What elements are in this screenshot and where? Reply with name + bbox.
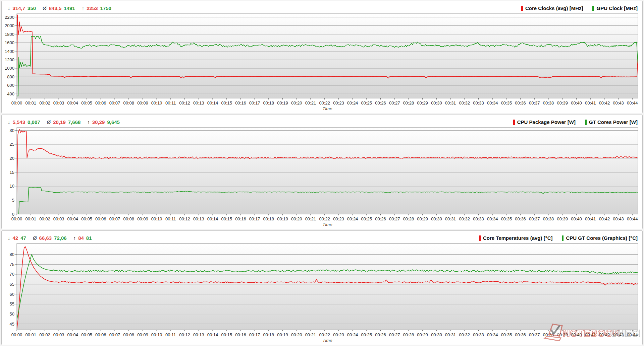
svg-text:00:13: 00:13	[193, 332, 204, 337]
series-color-swatch	[521, 6, 523, 11]
chart-panel-clocks: ↓ 314,7 350 Ø 843,5 1491 ↑ 2253 1750 Cor…	[1, 1, 643, 113]
svg-text:00:12: 00:12	[179, 100, 190, 106]
svg-text:45: 45	[10, 322, 14, 327]
max-arrow-icon: ↑	[87, 119, 90, 125]
svg-text:00:26: 00:26	[375, 332, 386, 337]
svg-text:00:31: 00:31	[445, 100, 456, 106]
svg-text:1600: 1600	[5, 40, 14, 45]
legend-item: GT Cores Power [W]	[585, 119, 638, 125]
svg-text:00:22: 00:22	[319, 216, 330, 221]
stat-avg-red: 843,5	[49, 5, 62, 11]
svg-text:00:07: 00:07	[109, 216, 120, 221]
svg-text:Time: Time	[323, 222, 332, 227]
stat-max-red: 84	[78, 235, 84, 241]
svg-text:00:17: 00:17	[249, 100, 260, 106]
svg-text:2200: 2200	[5, 15, 14, 20]
svg-text:00:36: 00:36	[515, 216, 526, 221]
svg-text:00:37: 00:37	[529, 332, 540, 337]
svg-text:00:15: 00:15	[221, 216, 232, 221]
svg-text:00:32: 00:32	[459, 332, 470, 337]
svg-text:00:27: 00:27	[389, 100, 400, 106]
stat-min-green: 350	[28, 5, 36, 11]
svg-text:00:07: 00:07	[109, 332, 120, 337]
svg-text:00:10: 00:10	[151, 100, 162, 106]
avg-icon: Ø	[43, 5, 47, 11]
svg-text:60: 60	[10, 292, 14, 297]
svg-text:00:28: 00:28	[403, 332, 414, 337]
stat-min-red: 5,543	[13, 119, 25, 125]
svg-text:15: 15	[10, 170, 14, 175]
chart-stats: ↓ 42 47 Ø 66,63 72,06 ↑ 84 81	[8, 235, 92, 241]
svg-text:25: 25	[10, 142, 14, 147]
stat-min-green: 47	[20, 235, 26, 241]
svg-text:00:22: 00:22	[319, 100, 330, 106]
stat-max-green: 1750	[100, 5, 111, 11]
svg-text:1800: 1800	[5, 32, 14, 37]
legend-item: Core Temperatures (avg) [°C]	[479, 235, 552, 241]
svg-text:00:01: 00:01	[25, 100, 36, 106]
svg-text:00:33: 00:33	[473, 100, 484, 106]
svg-text:00:34: 00:34	[487, 100, 498, 106]
avg-icon: Ø	[33, 235, 37, 241]
svg-text:00:43: 00:43	[613, 216, 624, 221]
svg-text:00:05: 00:05	[81, 332, 92, 337]
svg-text:00:11: 00:11	[165, 216, 176, 221]
svg-text:00:05: 00:05	[81, 100, 92, 106]
svg-text:00:17: 00:17	[249, 332, 260, 337]
stat-avg-green: 72,06	[54, 235, 67, 241]
svg-text:20: 20	[10, 156, 14, 161]
chart-legend: Core Temperatures (avg) [°C] CPU GT Core…	[479, 235, 638, 241]
svg-text:00:41: 00:41	[585, 216, 596, 221]
stat-min-green: 0,007	[28, 119, 40, 125]
svg-text:00:13: 00:13	[193, 100, 204, 106]
svg-text:00:08: 00:08	[123, 332, 134, 337]
legend-item: CPU GT Cores (Graphics) [°C]	[562, 235, 638, 241]
svg-text:800: 800	[7, 74, 14, 79]
svg-text:00:42: 00:42	[599, 216, 610, 221]
temperatures-chart-canvas: 455055606570758000:0000:0100:0200:0300:0…	[2, 241, 643, 345]
svg-text:00:37: 00:37	[529, 100, 540, 106]
svg-text:00:28: 00:28	[403, 100, 414, 106]
svg-text:00:15: 00:15	[221, 100, 232, 106]
svg-text:00:28: 00:28	[403, 216, 414, 221]
stat-min-red: 42	[13, 235, 18, 241]
svg-text:55: 55	[10, 301, 14, 306]
svg-text:00:13: 00:13	[193, 216, 204, 221]
svg-text:00:32: 00:32	[459, 100, 470, 106]
svg-text:00:17: 00:17	[249, 216, 260, 221]
legend-item: Core Clocks (avg) [MHz]	[521, 5, 583, 11]
svg-text:00:06: 00:06	[95, 216, 106, 221]
svg-text:00:25: 00:25	[361, 332, 372, 337]
min-arrow-icon: ↓	[8, 5, 10, 11]
svg-text:5: 5	[12, 198, 14, 203]
svg-text:00:42: 00:42	[599, 332, 610, 337]
svg-text:00:29: 00:29	[417, 332, 428, 337]
svg-text:00:33: 00:33	[473, 332, 484, 337]
series-color-swatch	[592, 6, 594, 11]
svg-text:00:41: 00:41	[585, 332, 596, 337]
svg-text:00:29: 00:29	[417, 216, 428, 221]
svg-text:00:35: 00:35	[501, 100, 512, 106]
svg-text:00:19: 00:19	[277, 216, 288, 221]
svg-text:00:39: 00:39	[557, 216, 568, 221]
svg-text:00:20: 00:20	[291, 216, 302, 221]
chart-header: ↓ 42 47 Ø 66,63 72,06 ↑ 84 81 Core Tempe…	[2, 231, 642, 241]
svg-text:00:27: 00:27	[389, 332, 400, 337]
chart-legend: Core Clocks (avg) [MHz] GPU Clock [MHz]	[521, 5, 638, 11]
svg-text:65: 65	[10, 282, 14, 287]
svg-text:00:34: 00:34	[487, 332, 498, 337]
series-color-swatch	[479, 235, 481, 241]
svg-text:00:00: 00:00	[11, 332, 22, 337]
series-color-swatch	[585, 120, 587, 125]
svg-text:00:14: 00:14	[207, 100, 218, 106]
svg-text:00:04: 00:04	[67, 332, 78, 337]
svg-text:00:20: 00:20	[291, 100, 302, 106]
svg-text:00:02: 00:02	[39, 332, 50, 337]
svg-text:00:39: 00:39	[557, 100, 568, 106]
svg-text:00:31: 00:31	[445, 216, 456, 221]
svg-text:00:30: 00:30	[431, 100, 442, 106]
svg-text:00:03: 00:03	[53, 216, 64, 221]
svg-text:00:11: 00:11	[165, 100, 176, 106]
legend-label: GPU Clock [MHz]	[596, 5, 638, 11]
svg-text:00:04: 00:04	[67, 100, 78, 106]
